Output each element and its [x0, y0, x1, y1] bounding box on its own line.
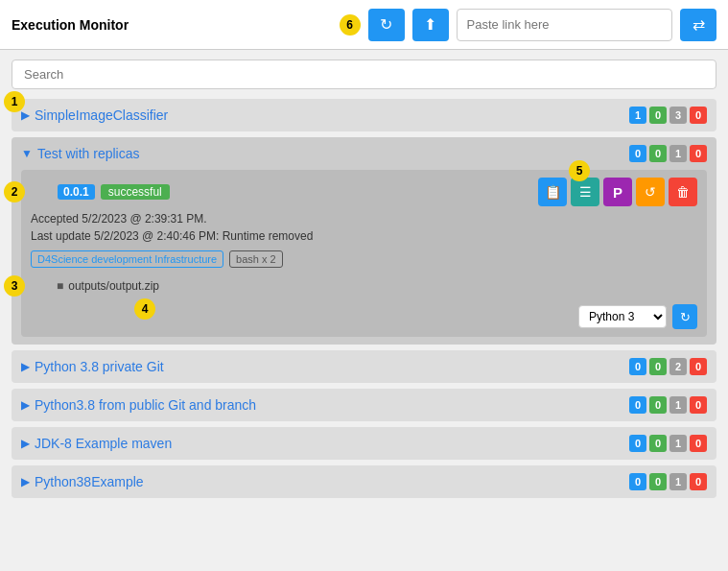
retry-button[interactable]: ↺ — [636, 178, 665, 206]
app-title: Execution Monitor — [12, 17, 129, 33]
link-button[interactable]: ⇄ — [680, 9, 716, 41]
arrow-python38-public: ▶ — [21, 398, 30, 412]
count-badges-expanded: 0 0 1 0 — [629, 145, 707, 162]
count-green2: 0 — [649, 145, 667, 162]
item-label-jdk8: JDK-8 Example maven — [35, 436, 172, 451]
ce4: 0 — [690, 473, 707, 490]
accepted-text: Accepted 5/2/2023 @ 2:39:31 PM. — [31, 212, 697, 226]
item-title-simple-image-classifier[interactable]: ▶ SimpleImageClassifier — [21, 107, 168, 123]
item-title-python38-private[interactable]: ▶ Python 3.8 private Git — [21, 359, 164, 374]
expand-arrow: ▶ — [21, 108, 30, 122]
tag-d4science: D4Science development Infrastructure — [31, 250, 223, 268]
delete-icon: 🗑 — [676, 184, 690, 200]
version-badge: 0.0.1 — [58, 184, 95, 200]
version-left: 2 0.0.1 successful — [31, 181, 170, 202]
cd2: 0 — [649, 435, 667, 452]
ce2: 0 — [649, 473, 667, 490]
upload-button[interactable]: ⬆ — [412, 9, 449, 41]
item-label: SimpleImageClassifier — [35, 107, 168, 123]
tag-row: D4Science development Infrastructure bas… — [31, 250, 697, 268]
file-row: 3 ■ outputs/output.zip — [31, 275, 697, 297]
tag-bash: bash x 2 — [229, 250, 283, 268]
expand-arrow-down: ▼ — [21, 147, 33, 160]
copy-icon: 📋 — [545, 184, 561, 200]
ce1: 0 — [629, 473, 646, 490]
copy-button[interactable]: 📋 — [538, 178, 567, 206]
link-icon: ⇄ — [693, 15, 705, 34]
count-blue2: 0 — [629, 145, 646, 162]
cb4: 0 — [690, 358, 707, 375]
list-item-header-expanded: ▼ Test with replicas 0 0 1 0 — [21, 145, 707, 162]
cc4: 0 — [690, 396, 707, 414]
cb2: 0 — [649, 358, 667, 375]
last-update-text: Last update 5/2/2023 @ 2:40:46 PM: Runti… — [31, 229, 697, 243]
arrow-jdk8: ▶ — [21, 437, 30, 450]
search-input[interactable] — [12, 59, 716, 89]
annotation-3: 3 — [4, 275, 25, 297]
list-item: 1 ▶ SimpleImageClassifier 1 0 3 0 — [12, 99, 716, 131]
item-label-python38-example: Python38Example — [35, 474, 144, 489]
item-title-python38-public[interactable]: ▶ Python3.8 from public Git and branch — [21, 397, 256, 413]
cd1: 0 — [629, 435, 646, 452]
runtime-select[interactable]: Python 3 Python 3.8 Python 3.9 — [578, 305, 667, 328]
cb1: 0 — [629, 358, 646, 375]
runtime-refresh-button[interactable]: ↻ — [672, 304, 697, 329]
header: Execution Monitor 6 ↻ ⬆ ⇄ — [0, 0, 728, 50]
refresh-icon: ↻ — [380, 15, 392, 34]
list-item-expanded: ▼ Test with replicas 0 0 1 0 5 2 0.0.1 s… — [12, 137, 716, 345]
count-badges: 1 0 3 0 — [629, 107, 707, 124]
list-item-python38-example: ▶ Python38Example 0 0 1 0 — [12, 465, 716, 498]
item-title-python38-example[interactable]: ▶ Python38Example — [21, 474, 144, 489]
list-item-header: ▶ SimpleImageClassifier 1 0 3 0 — [21, 107, 707, 124]
cc3: 1 — [669, 396, 687, 414]
list-item-jdk8-maven: ▶ JDK-8 Example maven 0 0 1 0 — [12, 427, 716, 460]
cb3: 2 — [669, 358, 687, 375]
list-item-header-python38-example: ▶ Python38Example 0 0 1 0 — [21, 473, 707, 490]
item-title-test-with-replicas[interactable]: ▼ Test with replicas — [21, 146, 139, 161]
list-item-header-python38-private: ▶ Python 3.8 private Git 0 0 2 0 — [21, 358, 707, 375]
count-red2: 0 — [690, 145, 707, 162]
badge-count: 6 — [340, 14, 361, 36]
action-buttons: 📋 ☰ P ↺ 🗑 — [538, 178, 697, 206]
runtime-refresh-icon: ↻ — [680, 310, 691, 324]
delete-button[interactable]: 🗑 — [669, 178, 697, 206]
list-button[interactable]: ☰ — [571, 178, 599, 206]
pause-button[interactable]: P — [603, 178, 632, 206]
select-row: 4 Python 3 Python 3.8 Python 3.9 ↻ — [31, 304, 697, 329]
arrow-python38-example: ▶ — [21, 475, 30, 488]
pause-icon: P — [613, 184, 622, 201]
item-label-expanded: Test with replicas — [37, 146, 140, 161]
item-title-jdk8-maven[interactable]: ▶ JDK-8 Example maven — [21, 436, 172, 451]
annotation-2: 2 — [4, 181, 25, 202]
list-item-header-jdk8-maven: ▶ JDK-8 Example maven 0 0 1 0 — [21, 435, 707, 452]
main-content: 1 ▶ SimpleImageClassifier 1 0 3 0 ▼ Test… — [0, 50, 728, 571]
count-badges-jdk8: 0 0 1 0 — [629, 435, 707, 452]
arrow-python38-private: ▶ — [21, 360, 30, 373]
expanded-content: 5 2 0.0.1 successful 📋 ☰ P — [21, 170, 707, 337]
list-icon: ☰ — [579, 184, 592, 200]
item-label-python38-private: Python 3.8 private Git — [35, 359, 164, 374]
version-row: 2 0.0.1 successful 📋 ☰ P ↺ — [31, 178, 697, 206]
annotation-4: 4 — [134, 298, 155, 320]
refresh-button[interactable]: ↻ — [368, 9, 405, 41]
count-green: 0 — [649, 107, 667, 124]
status-badge: successful — [101, 184, 170, 200]
paste-link-input[interactable] — [457, 9, 672, 41]
cd3: 1 — [669, 435, 687, 452]
cd4: 0 — [690, 435, 707, 452]
retry-icon: ↺ — [645, 184, 656, 200]
count-badges-python38-example: 0 0 1 0 — [629, 473, 707, 490]
upload-icon: ⬆ — [424, 15, 436, 34]
cc2: 0 — [649, 396, 667, 414]
ce3: 1 — [669, 473, 687, 490]
cc1: 0 — [629, 396, 646, 414]
count-badges-python38-private: 0 0 2 0 — [629, 358, 707, 375]
list-item-header-python38-public: ▶ Python3.8 from public Git and branch 0… — [21, 396, 707, 414]
item-label-python38-public: Python3.8 from public Git and branch — [35, 397, 256, 413]
file-name: outputs/output.zip — [68, 279, 159, 293]
count-badges-python38-public: 0 0 1 0 — [629, 396, 707, 414]
file-icon: ■ — [57, 279, 63, 293]
count-red: 0 — [690, 107, 707, 124]
count-gray: 3 — [669, 107, 687, 124]
count-blue: 1 — [629, 107, 646, 124]
